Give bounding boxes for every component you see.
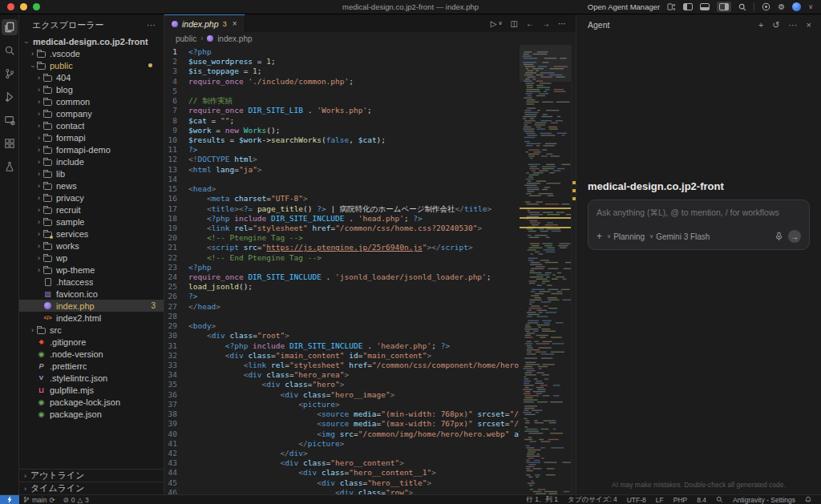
code-line[interactable]: 9$work = new Works(); bbox=[164, 126, 520, 135]
code-line[interactable]: 3$is_toppage = 1; bbox=[164, 67, 520, 76]
line-number[interactable]: 45 bbox=[164, 478, 188, 488]
tree-item-contact[interactable]: ›contact bbox=[19, 119, 164, 131]
tree-item-blog[interactable]: ›blog bbox=[19, 83, 164, 95]
feedback-icon[interactable] bbox=[711, 496, 728, 503]
tree-item-index2-html[interactable]: </>index2.html bbox=[19, 312, 164, 324]
activitybar-extensions-icon[interactable] bbox=[2, 135, 18, 151]
code-line[interactable]: 15<head> bbox=[164, 184, 520, 194]
tree-item-public[interactable]: ›public bbox=[19, 59, 164, 71]
tree-item-formapi[interactable]: ›formapi bbox=[19, 131, 164, 143]
code-line[interactable]: 7require_once DIR_SITE_LIB . 'Works.php'… bbox=[164, 106, 520, 115]
code-line[interactable]: 18 <?php include DIR_SITE_INCLUDE . 'hea… bbox=[164, 214, 520, 224]
tree-item-company[interactable]: ›company bbox=[19, 107, 164, 119]
line-number[interactable]: 20 bbox=[164, 233, 188, 243]
code-line[interactable]: 44 <div class="hero__content__1"> bbox=[164, 468, 520, 478]
split-editor-icon[interactable]: ◫ bbox=[511, 19, 518, 28]
tree-item-works[interactable]: ›works bbox=[19, 240, 164, 252]
line-number[interactable]: 42 bbox=[164, 449, 188, 458]
code-line[interactable]: 22 <!-- End Ptengine Tag --> bbox=[164, 253, 520, 263]
line-number[interactable]: 41 bbox=[164, 439, 188, 449]
line-number[interactable]: 10 bbox=[164, 135, 188, 145]
agent-manager-grid-icon[interactable] bbox=[667, 3, 676, 11]
line-number[interactable]: 2 bbox=[164, 57, 188, 67]
activitybar-search-icon[interactable] bbox=[2, 42, 18, 58]
code-line[interactable]: 31 <?php include DIR_SITE_INCLUDE . 'hea… bbox=[164, 341, 520, 351]
tree-item-lib[interactable]: ›lib bbox=[19, 167, 164, 179]
tree-item-src[interactable]: ›src bbox=[19, 324, 164, 336]
line-number[interactable]: 37 bbox=[164, 400, 188, 409]
history-icon[interactable]: ↺ bbox=[772, 20, 779, 30]
code-line[interactable]: 34 <div class="hero_area"> bbox=[164, 370, 520, 380]
line-number[interactable]: 17 bbox=[164, 204, 188, 214]
send-button[interactable]: → bbox=[788, 230, 801, 243]
search-icon[interactable] bbox=[738, 3, 746, 11]
tab-index-php[interactable]: index.php 3 × bbox=[164, 14, 245, 32]
line-number[interactable]: 9 bbox=[164, 126, 188, 135]
tree-item-wp-theme[interactable]: ›wp-theme bbox=[19, 264, 164, 276]
code-line[interactable]: 21 <script src="https://js.ptengine.jp/2… bbox=[164, 243, 520, 252]
line-number[interactable]: 31 bbox=[164, 341, 188, 351]
line-number[interactable]: 11 bbox=[164, 145, 188, 155]
agent-input[interactable]: Ask anything (⌘L), @ to mention, / for w… bbox=[588, 200, 810, 250]
open-agent-manager-button[interactable]: Open Agent Manager bbox=[588, 2, 660, 11]
line-number[interactable]: 26 bbox=[164, 292, 188, 301]
line-number[interactable]: 12 bbox=[164, 155, 188, 164]
line-number[interactable]: 35 bbox=[164, 380, 188, 389]
activitybar-testing-icon[interactable] bbox=[2, 159, 18, 175]
line-number[interactable]: 3 bbox=[164, 67, 188, 76]
line-number[interactable]: 23 bbox=[164, 263, 188, 272]
settings-status-item[interactable]: Antigravity - Settings bbox=[728, 496, 800, 504]
code-line[interactable]: 2$use_wordpress = 1; bbox=[164, 57, 520, 67]
eol-indicator[interactable]: LF bbox=[651, 496, 669, 504]
tree-item-privacy[interactable]: ›privacy bbox=[19, 192, 164, 204]
line-number[interactable]: 5 bbox=[164, 87, 188, 96]
code-line[interactable]: 25load_jsonld(); bbox=[164, 282, 520, 292]
close-panel-icon[interactable]: × bbox=[807, 20, 811, 30]
maximize-window-button[interactable] bbox=[33, 3, 40, 10]
code-line[interactable]: 27</head> bbox=[164, 302, 520, 312]
breadcrumb[interactable]: public › index.php bbox=[164, 32, 576, 45]
code-line[interactable]: 16 <meta charset="UTF-8"> bbox=[164, 194, 520, 204]
tree-item--htaccess[interactable]: .htaccess bbox=[19, 276, 164, 288]
tree-item--prettierrc[interactable]: P.prettierrc bbox=[19, 360, 164, 372]
tab-close-icon[interactable]: × bbox=[233, 19, 237, 28]
close-window-button[interactable] bbox=[7, 3, 14, 10]
notifications-icon[interactable] bbox=[800, 496, 816, 503]
settings-gear-icon[interactable]: ⚙ bbox=[778, 2, 785, 11]
code-line[interactable]: 36 <div class="hero__image"> bbox=[164, 390, 520, 400]
code-line[interactable]: 38 <source media="(min-width: 768px)" sr… bbox=[164, 409, 520, 419]
php-version[interactable]: 8.4 bbox=[692, 496, 711, 504]
activitybar-explorer-icon[interactable] bbox=[2, 19, 18, 35]
new-conversation-icon[interactable]: + bbox=[758, 20, 763, 30]
outline-section[interactable]: › アウトライン bbox=[19, 469, 164, 482]
tree-item-common[interactable]: ›common bbox=[19, 95, 164, 107]
line-number[interactable]: 16 bbox=[164, 194, 188, 204]
language-mode[interactable]: PHP bbox=[669, 496, 692, 504]
run-file-button[interactable]: ▷∨ bbox=[491, 19, 503, 28]
tree-item-sample[interactable]: ›sample bbox=[19, 216, 164, 228]
line-number[interactable]: 33 bbox=[164, 361, 188, 370]
git-branch-indicator[interactable]: main ⟳ bbox=[19, 496, 59, 504]
tree-item-package-json[interactable]: ◉package.json bbox=[19, 408, 164, 420]
line-number[interactable]: 19 bbox=[164, 224, 188, 233]
line-number[interactable]: 30 bbox=[164, 331, 188, 341]
line-number[interactable]: 29 bbox=[164, 321, 188, 331]
code-line[interactable]: 40 <img src="/common/img/home/hero/hero.… bbox=[164, 429, 520, 439]
tree-item-favicon-ico[interactable]: ▨favicon.ico bbox=[19, 288, 164, 300]
code-line[interactable]: 8$cat = ""; bbox=[164, 116, 520, 126]
line-number[interactable]: 46 bbox=[164, 488, 188, 494]
code-line[interactable]: 29<body> bbox=[164, 321, 520, 331]
tree-item-services[interactable]: ›services bbox=[19, 228, 164, 240]
tree-item-wp[interactable]: ›wp bbox=[19, 252, 164, 264]
toggle-left-panel-icon[interactable] bbox=[683, 3, 693, 10]
line-number[interactable]: 36 bbox=[164, 390, 188, 400]
tree-item-index-php[interactable]: index.php3 bbox=[19, 300, 164, 312]
microphone-icon[interactable] bbox=[774, 232, 783, 241]
line-number[interactable]: 6 bbox=[164, 96, 188, 106]
tab-size-indicator[interactable]: タブのサイズ: 4 bbox=[563, 495, 622, 504]
attach-icon[interactable]: + bbox=[597, 231, 602, 242]
code-line[interactable]: 5 bbox=[164, 87, 520, 96]
minimap[interactable] bbox=[520, 45, 571, 494]
line-number[interactable]: 38 bbox=[164, 409, 188, 419]
toggle-bottom-panel-icon[interactable] bbox=[700, 3, 710, 10]
